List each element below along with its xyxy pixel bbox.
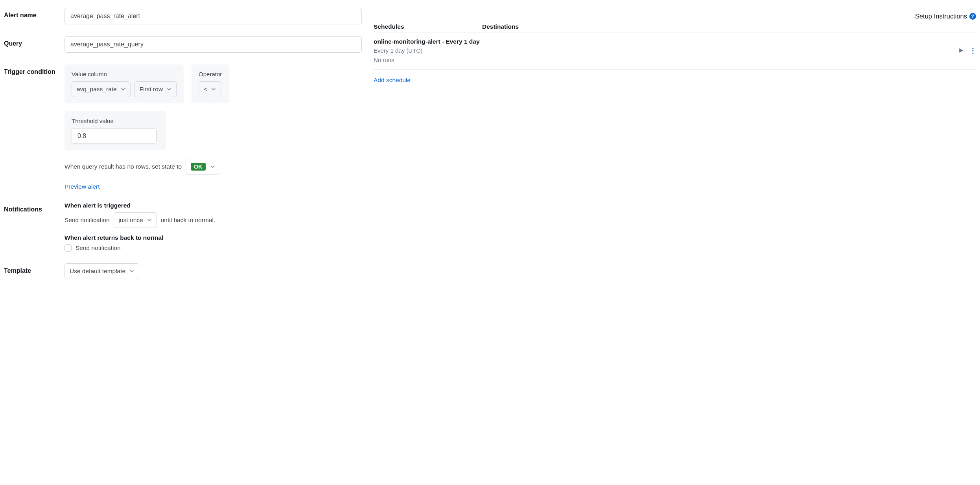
setup-instructions-text: Setup Instructions — [915, 13, 967, 20]
operator-card: Operator < — [192, 64, 229, 103]
chevron-down-icon — [167, 87, 171, 92]
threshold-label: Threshold value — [72, 118, 159, 124]
svg-point-2 — [972, 52, 973, 53]
schedule-menu-button[interactable] — [972, 48, 974, 54]
schedules-header-row: Schedules Destinations — [374, 23, 976, 33]
normal-heading: When alert returns back to normal — [64, 234, 362, 241]
frequency-value: just once — [119, 217, 143, 224]
schedule-title: online-monitoring-alert - Every 1 day — [374, 37, 482, 46]
trigger-condition-label: Trigger condition — [4, 64, 64, 75]
side-panel: Setup Instructions ? Schedules Destinati… — [374, 8, 976, 279]
schedule-interval: Every 1 day (UTC) — [374, 46, 482, 55]
frequency-dropdown[interactable]: just once — [114, 212, 157, 228]
operator-value: < — [204, 86, 207, 93]
state-ok-badge: OK — [191, 163, 206, 171]
schedule-row[interactable]: online-monitoring-alert - Every 1 day Ev… — [374, 33, 976, 70]
send-on-normal-checkbox[interactable] — [64, 244, 72, 252]
template-label: Template — [4, 263, 64, 274]
threshold-input[interactable] — [72, 128, 157, 144]
operator-label: Operator — [199, 71, 222, 77]
chevron-down-icon — [147, 218, 152, 222]
chevron-down-icon — [211, 87, 216, 92]
setup-instructions-link[interactable]: Setup Instructions ? — [374, 13, 976, 20]
row-select-value: First row — [140, 86, 163, 93]
chevron-down-icon — [121, 87, 125, 92]
operator-dropdown[interactable]: < — [199, 81, 221, 97]
notifications-label: Notifications — [4, 202, 64, 213]
schedule-runs: No runs — [374, 55, 482, 64]
run-schedule-button[interactable] — [958, 48, 963, 53]
query-label: Query — [4, 36, 64, 47]
destinations-column-header: Destinations — [482, 23, 976, 30]
preview-alert-link[interactable]: Preview alert — [64, 183, 100, 190]
alert-name-input[interactable] — [64, 8, 362, 24]
chevron-down-icon — [129, 269, 134, 274]
svg-point-1 — [972, 50, 973, 51]
template-value: Use default template — [70, 268, 125, 275]
query-input[interactable] — [64, 36, 362, 53]
help-icon: ? — [969, 13, 976, 20]
alert-name-label: Alert name — [4, 8, 64, 19]
value-column-dropdown[interactable]: avg_pass_rate — [72, 81, 131, 97]
triggered-heading: When alert is triggered — [64, 202, 362, 209]
row-select-dropdown[interactable]: First row — [134, 81, 177, 97]
threshold-card: Threshold value — [64, 111, 166, 150]
schedules-column-header: Schedules — [374, 23, 482, 30]
no-rows-text: When query result has no rows, set state… — [64, 163, 182, 170]
add-schedule-link[interactable]: Add schedule — [374, 70, 411, 84]
svg-point-0 — [972, 48, 973, 49]
send-on-normal-label: Send notification — [76, 244, 121, 252]
value-column-label: Value column — [72, 71, 177, 77]
send-text-post: until back to normal. — [161, 217, 216, 224]
template-dropdown[interactable]: Use default template — [64, 263, 139, 279]
main-form: Alert name Query Trigger condition Value… — [4, 8, 362, 279]
send-text-pre: Send notification — [64, 217, 110, 224]
value-column-value: avg_pass_rate — [77, 86, 117, 93]
no-rows-state-dropdown[interactable]: OK — [186, 159, 220, 175]
chevron-down-icon — [210, 164, 215, 169]
value-column-card: Value column avg_pass_rate First row — [64, 64, 184, 103]
